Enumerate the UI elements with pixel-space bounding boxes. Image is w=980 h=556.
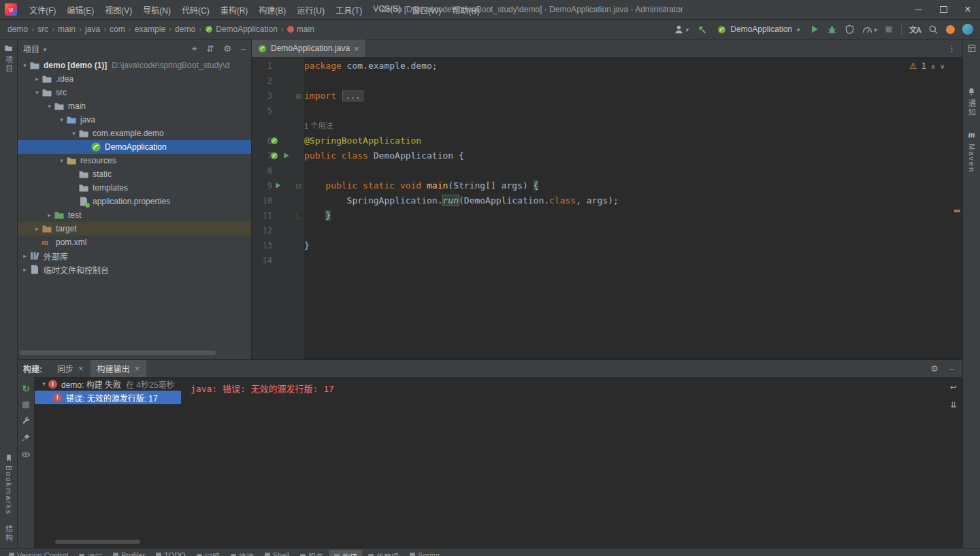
stop-icon[interactable] (22, 402, 29, 408)
error-stripe-mark[interactable] (954, 210, 960, 212)
tree-item-static[interactable]: static (18, 167, 251, 181)
menu-edit[interactable]: 编辑(E) (61, 1, 99, 19)
tree-item-test[interactable]: test (18, 208, 251, 222)
menu-view[interactable]: 视图(V) (99, 1, 137, 19)
close-tab-icon[interactable] (354, 44, 359, 54)
editor-body[interactable]: 1package com.example.demo; 2 3import ...… (252, 57, 962, 359)
code-line[interactable]: 1package com.example.demo; (252, 59, 962, 73)
soft-wrap-icon[interactable] (950, 382, 957, 392)
code-line[interactable]: 12 (252, 223, 962, 238)
maximize-button[interactable] (931, 0, 956, 19)
code-line[interactable]: 8 (252, 163, 962, 178)
tree-item-main[interactable]: main (18, 99, 251, 113)
build-console[interactable]: java: 错误: 无效的源发行版: 17 (181, 377, 962, 548)
tree-item-target[interactable]: target (18, 222, 251, 235)
tool-button[interactable]: 运行 (74, 550, 107, 556)
breadcrumb-item[interactable]: src (37, 23, 49, 35)
hide-panel-icon[interactable] (949, 363, 954, 374)
breadcrumb-item-class[interactable]: DemoApplication (204, 23, 278, 35)
tree-item-resources[interactable]: resources (18, 154, 251, 167)
menu-tools[interactable]: 工具(T) (330, 1, 368, 19)
select-opened-file-icon[interactable] (192, 44, 197, 54)
spring-bean-gutter-icon[interactable] (270, 137, 278, 145)
tool-button-build[interactable]: 构建 (329, 550, 362, 556)
tree-item-src[interactable]: src (18, 86, 251, 99)
breadcrumb-item[interactable]: example (134, 23, 166, 35)
user-button[interactable] (674, 24, 689, 35)
expand-collapse-icon[interactable] (206, 44, 214, 54)
layout-icon[interactable] (967, 44, 977, 53)
tool-button-structure[interactable]: 结构 (3, 525, 14, 542)
tree-item-idea[interactable]: .idea (18, 72, 251, 86)
code-line[interactable]: 14 (252, 253, 962, 268)
chevron-down-icon[interactable] (20, 62, 29, 69)
chevron-down-icon[interactable] (57, 116, 66, 123)
tab-sync[interactable]: 同步 (50, 360, 91, 377)
tree-item-application-properties[interactable]: application.properties (18, 195, 251, 208)
build-project-button[interactable] (696, 24, 707, 35)
run-class-gutter-icon[interactable] (282, 152, 290, 159)
search-everywhere-button[interactable] (928, 24, 938, 35)
code-line[interactable]: 6@SpringBootApplication (252, 133, 962, 148)
tree-item-pom[interactable]: pom.xml (18, 235, 251, 249)
run-main-gutter-icon[interactable] (274, 182, 282, 189)
tab-build-output[interactable]: 构建输出 (91, 360, 147, 377)
code-line[interactable]: 11 } (252, 208, 962, 223)
code-line[interactable]: 2 (252, 73, 962, 88)
tool-button-maven[interactable]: Maven (968, 129, 976, 173)
build-error-row[interactable]: 错误: 无效的源发行版: 17 (35, 391, 181, 404)
close-tab-icon[interactable] (78, 363, 84, 374)
debug-button[interactable] (827, 24, 837, 35)
tool-button[interactable]: 依赖项 (363, 550, 404, 556)
code-line[interactable]: 10 SpringApplication.run(DemoApplication… (252, 193, 962, 208)
tool-button[interactable]: 服务 (295, 550, 328, 556)
horizontal-scrollbar[interactable] (55, 540, 140, 544)
next-problem-icon[interactable] (940, 61, 945, 71)
breadcrumb-item[interactable]: demo (7, 23, 29, 35)
breadcrumb-item[interactable]: com (109, 23, 126, 35)
stop-button[interactable] (884, 24, 894, 34)
gear-icon[interactable] (223, 44, 231, 54)
run-button[interactable] (810, 24, 819, 34)
tool-button[interactable]: Profiler (108, 550, 150, 556)
breadcrumb-item[interactable]: java (84, 23, 101, 35)
tool-button[interactable]: Shell (260, 550, 294, 556)
chevron-right-icon[interactable] (33, 76, 42, 82)
minimize-button[interactable] (906, 0, 931, 19)
chevron-right-icon[interactable] (33, 225, 42, 232)
tree-item-demo-root[interactable]: demo [demo (1)]D:\java\code\springBoot_s… (18, 59, 251, 72)
menu-run[interactable]: 运行(U) (291, 1, 330, 19)
code-line[interactable]: 3import ... (252, 88, 962, 103)
tool-button-bookmarks[interactable]: Bookmarks (5, 454, 13, 515)
breadcrumb-item-method[interactable]: main (287, 23, 315, 35)
chevron-down-icon[interactable] (69, 130, 78, 137)
eye-icon[interactable] (21, 450, 31, 459)
build-result-row[interactable]: demo: 构建 失败 在 4秒25毫秒 (35, 377, 181, 391)
pin-icon[interactable] (21, 433, 31, 442)
avatar[interactable] (962, 24, 973, 35)
inspections-widget[interactable]: 1 (909, 61, 945, 71)
menu-code[interactable]: 代码(C) (176, 1, 215, 19)
wrench-icon[interactable] (21, 416, 31, 425)
coverage-button[interactable] (845, 24, 855, 35)
tool-button-notifications[interactable]: 通知 (966, 87, 977, 117)
fold-collapse-icon[interactable] (294, 178, 303, 193)
chevron-right-icon[interactable] (20, 252, 29, 259)
usage-hint-line[interactable]: 1 个用法 (252, 118, 962, 133)
chevron-down-icon[interactable] (45, 103, 54, 110)
close-tab-icon[interactable] (135, 363, 140, 374)
menu-build[interactable]: 构建(B) (253, 1, 291, 19)
tree-item-external-libraries[interactable]: 外部库 (18, 249, 251, 263)
code-line[interactable]: 5 (252, 103, 962, 118)
chevron-down-icon[interactable] (57, 157, 66, 164)
tree-item-java[interactable]: java (18, 113, 251, 127)
tool-button-project[interactable]: 项目 (3, 44, 14, 73)
breadcrumb-item[interactable]: main (57, 23, 76, 35)
tool-button[interactable]: 终端 (226, 550, 259, 556)
status-dot-icon[interactable] (946, 25, 955, 34)
chevron-down-icon[interactable] (33, 89, 42, 96)
previous-problem-icon[interactable] (931, 61, 936, 71)
tree-item-templates[interactable]: templates (18, 181, 251, 195)
tool-button[interactable]: 问题 (192, 550, 225, 556)
code-line[interactable]: 7public class DemoApplication { (252, 148, 962, 163)
